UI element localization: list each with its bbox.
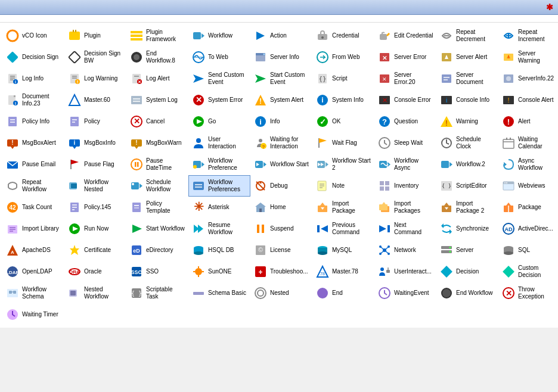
- shape-item-workflow-nested[interactable]: Workflow Nested: [64, 175, 126, 197]
- shape-item-start-custom-event[interactable]: Start Custom Event: [250, 68, 312, 89]
- shape-item-credential[interactable]: Credential: [312, 25, 374, 46]
- shape-item-note[interactable]: Note: [312, 175, 374, 197]
- shape-item-license[interactable]: ©License: [250, 239, 312, 261]
- shape-item-server-alert[interactable]: Server Alert: [436, 46, 498, 68]
- shape-item-server-document[interactable]: Server Document: [436, 68, 498, 89]
- shape-item-asterisk[interactable]: ✳Asterisk: [188, 197, 250, 218]
- shape-item-decision-sign[interactable]: Decision Sign: [2, 46, 64, 68]
- shape-item-nested[interactable]: Nested: [250, 282, 312, 304]
- shape-item-send-custom-event[interactable]: Send Custom Event: [188, 68, 250, 89]
- shape-item-sso[interactable]: SSOSSO: [126, 261, 188, 282]
- shape-item-home[interactable]: Home: [250, 197, 312, 218]
- shape-item-server-item[interactable]: Server: [436, 239, 498, 261]
- shape-item-import-package[interactable]: Import Package: [312, 197, 374, 218]
- shape-item-system-alert[interactable]: !System Alert: [250, 89, 312, 111]
- shape-item-vco-icon[interactable]: vCO Icon: [2, 25, 64, 46]
- shape-item-policy-info[interactable]: Policy Info: [2, 111, 64, 132]
- shape-item-synchronize[interactable]: Synchronize: [436, 218, 498, 239]
- shape-item-hsql-db[interactable]: HSQL DB: [188, 239, 250, 261]
- shape-item-plugin[interactable]: Plugin: [64, 25, 126, 46]
- shape-item-nested-workflow[interactable]: Nested Workflow: [64, 282, 126, 304]
- shape-item-waiting-calendar[interactable]: Waiting Calendar: [498, 132, 558, 154]
- shape-item-user-interaction[interactable]: User Interaction: [188, 132, 250, 154]
- shape-item-throw-exception[interactable]: ✕Throw Exception: [498, 282, 558, 304]
- shape-item-resume-workflow[interactable]: Resume Workflow: [188, 218, 250, 239]
- shape-item-workflow[interactable]: Workflow: [188, 25, 250, 46]
- shape-item-oracle[interactable]: ORAOracle: [64, 261, 126, 282]
- shape-item-master60[interactable]: Master.60: [64, 89, 126, 111]
- shape-item-edit-credential[interactable]: Edit Credential: [374, 25, 436, 46]
- shape-item-policy145[interactable]: Policy.145: [64, 197, 126, 218]
- shape-item-msgbox-alert[interactable]: !MsgBoxAlert: [2, 132, 64, 154]
- shape-item-waiting-event[interactable]: WaitingEvent: [374, 282, 436, 304]
- shape-item-pause-email[interactable]: Pause Email: [2, 154, 64, 175]
- shape-item-log-warning[interactable]: !Log Warning: [64, 68, 126, 89]
- shape-item-script[interactable]: {}Script: [312, 68, 374, 89]
- shape-item-go[interactable]: Go: [188, 111, 250, 132]
- shape-item-waiting-for-interaction[interactable]: ?Waiting for Interaction: [250, 132, 312, 154]
- shape-item-custom-decision[interactable]: Custom Decision: [498, 261, 558, 282]
- shape-item-package[interactable]: Package: [498, 197, 558, 218]
- shape-item-decision-item[interactable]: Decision: [436, 261, 498, 282]
- shape-item-server-warning[interactable]: !Server Warning: [498, 46, 558, 68]
- shape-item-msgbox-warn[interactable]: !MsgBoxWarn: [126, 132, 188, 154]
- shape-item-schema-basic[interactable]: Schema Basic: [188, 282, 250, 304]
- shape-item-sql[interactable]: SQL: [498, 239, 558, 261]
- shape-item-workflow2[interactable]: Workflow.2: [436, 154, 498, 175]
- shape-item-debug[interactable]: Debug: [250, 175, 312, 197]
- shape-item-info[interactable]: iInfo: [250, 111, 312, 132]
- shape-item-userinteract[interactable]: UserInteract...: [374, 261, 436, 282]
- shape-item-workflow-preferences[interactable]: Workflow Preferences: [188, 175, 250, 197]
- shape-item-import-packages[interactable]: Import Packages: [374, 197, 436, 218]
- shape-item-console-error[interactable]: ✕Console Error: [374, 89, 436, 111]
- shape-item-import-package2[interactable]: Import Package 2: [436, 197, 498, 218]
- shape-item-repeat-workflow[interactable]: Repeat Workflow: [2, 175, 64, 197]
- close-icon[interactable]: ✱: [546, 2, 553, 12]
- shape-item-repeat-increment[interactable]: Repeat Increment: [498, 25, 558, 46]
- shape-item-console-alert[interactable]: !Console Alert: [498, 89, 558, 111]
- shape-item-openldap[interactable]: LDAPOpenLDAP: [2, 261, 64, 282]
- shape-item-policy-template[interactable]: Policy Template: [126, 197, 188, 218]
- shape-item-activedirectory[interactable]: ADActiveDirec...: [498, 218, 558, 239]
- shape-item-document-info23[interactable]: iDocument Info.23: [2, 89, 64, 111]
- shape-item-log-alert[interactable]: ✕Log Alert: [126, 68, 188, 89]
- shape-item-workflow-schema[interactable]: Workflow Schema: [2, 282, 64, 304]
- shape-item-schedule-clock[interactable]: Schedule Clock: [436, 132, 498, 154]
- shape-item-action[interactable]: Action: [250, 25, 312, 46]
- shape-item-sleep-wait[interactable]: Sleep Wait: [374, 132, 436, 154]
- shape-item-to-web[interactable]: To Web: [188, 46, 250, 68]
- shape-item-from-web[interactable]: From Web: [312, 46, 374, 68]
- shape-item-workflow-async[interactable]: Workflow Async: [374, 154, 436, 175]
- shape-item-pause-flag[interactable]: Pause Flag: [64, 154, 126, 175]
- shape-item-certificate[interactable]: Certificate: [64, 239, 126, 261]
- shape-item-troubleshoot[interactable]: +Troubleshoo...: [250, 261, 312, 282]
- shape-item-end-workflow[interactable]: End Workflow: [436, 282, 498, 304]
- shape-item-workflow-start2[interactable]: Workflow Start 2: [312, 154, 374, 175]
- shape-item-pause-datetime[interactable]: Pause DateTime: [126, 154, 188, 175]
- shape-item-decision-sign-bw[interactable]: Decision Sign BW: [64, 46, 126, 68]
- shape-item-workflow-start[interactable]: Workflow Start: [250, 154, 312, 175]
- shape-item-run-now[interactable]: Run Now: [64, 218, 126, 239]
- shape-item-edirectory[interactable]: eDeDirectory: [126, 239, 188, 261]
- shape-item-sunone[interactable]: SunONE: [188, 261, 250, 282]
- shape-item-webviews[interactable]: Webviews: [498, 175, 558, 197]
- shape-item-policy[interactable]: Policy: [64, 111, 126, 132]
- shape-item-import-library[interactable]: Import Library: [2, 218, 64, 239]
- shape-item-task-count[interactable]: 42Task Count: [2, 197, 64, 218]
- shape-item-alert[interactable]: !Alert: [498, 111, 558, 132]
- shape-item-next-command[interactable]: Next Command: [374, 218, 436, 239]
- shape-item-question[interactable]: ?Question: [374, 111, 436, 132]
- shape-item-network[interactable]: Network: [374, 239, 436, 261]
- shape-item-ok[interactable]: ✓OK: [312, 111, 374, 132]
- shape-item-msgbox-info[interactable]: iMsgBoxInfo: [64, 132, 126, 154]
- shape-item-warning[interactable]: !Warning: [436, 111, 498, 132]
- shape-item-server-info[interactable]: Server Info: [250, 46, 312, 68]
- shape-item-apacheds[interactable]: AApacheDS: [2, 239, 64, 261]
- shape-item-inventory[interactable]: Inventory: [374, 175, 436, 197]
- shape-item-plugin-framework[interactable]: Plugin Framework: [126, 25, 188, 46]
- shape-item-script-editor[interactable]: { }ScriptEditor: [436, 175, 498, 197]
- shape-item-log-info[interactable]: iLog Info: [2, 68, 64, 89]
- shape-item-server-error[interactable]: ✕Server Error: [374, 46, 436, 68]
- shape-item-waiting-timer[interactable]: Waiting Timer: [2, 304, 64, 325]
- shape-item-system-error[interactable]: ✕System Error: [188, 89, 250, 111]
